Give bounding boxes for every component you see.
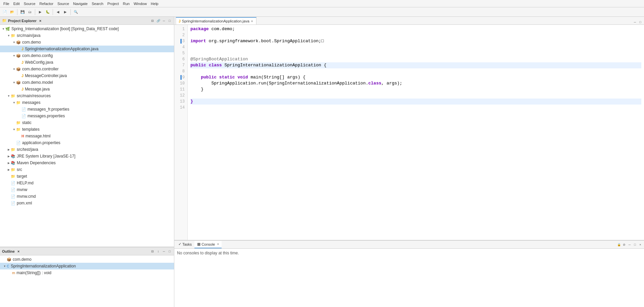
line-number-14: 14 [176, 105, 185, 111]
tree-label-spring-app: SpringInternationalizationApplication.ja… [25, 47, 98, 51]
tree-item-webconfig[interactable]: JWebConfig.java [0, 59, 174, 66]
editor-minimize-btn[interactable]: ─ [633, 20, 637, 24]
tree-item-msgcontroller[interactable]: JMessageController.java [0, 72, 174, 79]
tree-item-spring-app[interactable]: JSpringInternationalizationApplication.j… [0, 46, 174, 52]
outline-collapse-btn[interactable]: ⊟ [150, 249, 155, 254]
code-line-13: } [190, 99, 641, 105]
menu-project[interactable]: Project [105, 2, 121, 6]
toolbar-new-btn[interactable]: 📄 [1, 9, 8, 15]
toolbar-debug-btn[interactable]: 🐛 [44, 9, 51, 15]
tree-item-messages-folder[interactable]: ▼📁messages [0, 99, 174, 106]
tree-item-help-md[interactable]: 📄HELP.md [0, 180, 174, 186]
bottom-minimize-btn[interactable]: ─ [627, 242, 632, 247]
tree-item-msg-props[interactable]: 📄messages.properties [0, 113, 174, 119]
tree-item-src-test-java[interactable]: ▶📁src/test/java [0, 146, 174, 153]
console-close[interactable]: × [217, 242, 219, 246]
menu-edit[interactable]: Edit [11, 2, 22, 6]
code-line-4 [190, 44, 641, 50]
menu-help[interactable]: Help [149, 2, 161, 6]
tree-item-message[interactable]: JMessage.java [0, 86, 174, 93]
toolbar-back-btn[interactable]: ◀ [55, 9, 61, 15]
code-content[interactable]: package com.demo; import org.springframe… [188, 25, 644, 240]
outline-controls: ⊟ ↕ ─ □ [150, 249, 172, 254]
tree-label-mvnw-cmd: mvnw.cmd [17, 194, 36, 199]
tree-item-mvnw[interactable]: 📄mvnw [0, 186, 174, 193]
tree-label-static: static [22, 120, 32, 125]
minimize-panel-btn[interactable]: ─ [162, 18, 166, 23]
tree-label-webconfig: WebConfig.java [25, 60, 53, 65]
menu-run[interactable]: Run [121, 2, 132, 6]
editor-maximize-btn[interactable]: □ [638, 20, 643, 24]
outline-item-outline-main[interactable]: mmain(String[]) : void [0, 269, 174, 276]
outline-minimize-btn[interactable]: ─ [162, 249, 166, 254]
bottom-close-btn[interactable]: × [638, 242, 643, 247]
code-line-5 [190, 50, 641, 56]
tree-item-spring-root[interactable]: ▼🌿Spring_Internationalization [boot] [Sp… [0, 25, 174, 32]
tree-label-src: src [17, 167, 22, 172]
menu-source2[interactable]: Source [55, 2, 71, 6]
toolbar-sep-3 [53, 9, 53, 15]
line-marker [180, 39, 182, 44]
maximize-panel-btn[interactable]: □ [167, 18, 172, 23]
toolbar-run-btn[interactable]: ▶ [37, 9, 44, 15]
tree-item-static[interactable]: 📁static [0, 119, 174, 126]
menu-source[interactable]: Source [22, 2, 38, 6]
tree-label-msgcontroller: MessageController.java [25, 73, 67, 78]
outline-icon-method: m [12, 271, 15, 275]
bottom-tabs: ✓ Tasks ▦ Console × 🔒 ⊘ [174, 241, 644, 249]
collapse-all-btn[interactable]: ⊟ [150, 18, 155, 23]
link-with-editor-btn[interactable]: 🔗 [156, 18, 161, 23]
outline-sort-btn[interactable]: ↕ [156, 249, 161, 254]
code-editor[interactable]: 1234567891011121314 package com.demo; im… [174, 25, 644, 240]
toolbar-save-all-btn[interactable]: 🗂 [26, 9, 33, 15]
tree-item-target[interactable]: 📁target [0, 173, 174, 180]
toolbar-open-btn[interactable]: 📂 [9, 9, 15, 15]
tree-item-message-html[interactable]: Hmessage.html [0, 133, 174, 139]
editor-tab-main[interactable]: J SpringInternationalizationApplication.… [176, 17, 256, 24]
menu-file[interactable]: File [1, 2, 11, 6]
tree-icon-file: 📄 [11, 194, 15, 199]
tree-item-com-demo-controller[interactable]: ▼📦com.demo.controller [0, 66, 174, 72]
bottom-clear-btn[interactable]: ⊘ [622, 242, 627, 247]
line-number-6: 6 [176, 56, 185, 62]
project-explorer-close[interactable]: × [39, 19, 41, 23]
outline-item-outline-com-demo[interactable]: 📦com.demo [0, 256, 174, 263]
menu-refactor[interactable]: Refactor [38, 2, 56, 6]
bottom-maximize-btn[interactable]: □ [633, 242, 637, 247]
menu-navigate[interactable]: Navigate [71, 2, 90, 6]
tree-item-src-main-resources[interactable]: ▼📁src/main/resources [0, 93, 174, 99]
tasks-tab[interactable]: ✓ Tasks [176, 241, 194, 248]
tree-icon-package: 📦 [16, 54, 21, 58]
tree-item-src[interactable]: ▶📁src [0, 166, 174, 173]
outline-label-outline-main: main(String[]) : void [16, 270, 51, 275]
tree-item-src-main-java[interactable]: ▼📁src/main/java [0, 32, 174, 39]
tree-label-target: target [17, 174, 27, 179]
tree-item-templates-folder[interactable]: ▼📁templates [0, 126, 174, 133]
tree-item-mvnw-cmd[interactable]: 📄mvnw.cmd [0, 193, 174, 200]
tree-item-com-demo-model[interactable]: ▼📦com.demo.model [0, 79, 174, 86]
bottom-scroll-lock-btn[interactable]: 🔒 [617, 242, 621, 247]
toolbar-sep-1 [17, 9, 17, 15]
tree-item-msg-fr[interactable]: 📄messages_fr.properties [0, 106, 174, 113]
tree-item-com-demo-config[interactable]: ▼📦com.demo.config [0, 52, 174, 59]
outline-close[interactable]: × [17, 249, 19, 253]
menu-window[interactable]: Window [132, 2, 149, 6]
tree-item-maven-deps[interactable]: ▶📚Maven Dependencies [0, 160, 174, 166]
code-line-1: package com.demo; [190, 26, 641, 32]
tree-item-app-props[interactable]: 📄application.properties [0, 139, 174, 146]
toolbar-search-btn[interactable]: 🔍 [72, 9, 79, 15]
outline-maximize-btn[interactable]: □ [167, 249, 172, 254]
console-tab[interactable]: ▦ Console × [194, 241, 222, 248]
tree-label-message: Message.java [25, 87, 50, 91]
tree-item-com-demo[interactable]: ▼📦com.demo [0, 39, 174, 46]
tree-item-jre-lib[interactable]: ▶📚JRE System Library [JavaSE-17] [0, 153, 174, 160]
menu-search[interactable]: Search [90, 2, 105, 6]
toolbar-forward-btn[interactable]: ▶ [62, 9, 69, 15]
code-token: void [237, 75, 248, 80]
tree-label-spring-root: Spring_Internationalization [boot] [Spri… [11, 26, 119, 31]
outline-item-outline-class[interactable]: ▼CSpringInternationalizationApplication [0, 263, 174, 269]
editor-tab-close[interactable]: × [251, 19, 253, 23]
tree-item-pom[interactable]: 📄pom.xml [0, 200, 174, 206]
toolbar-save-btn[interactable]: 💾 [19, 9, 26, 15]
code-token: public [190, 63, 206, 68]
